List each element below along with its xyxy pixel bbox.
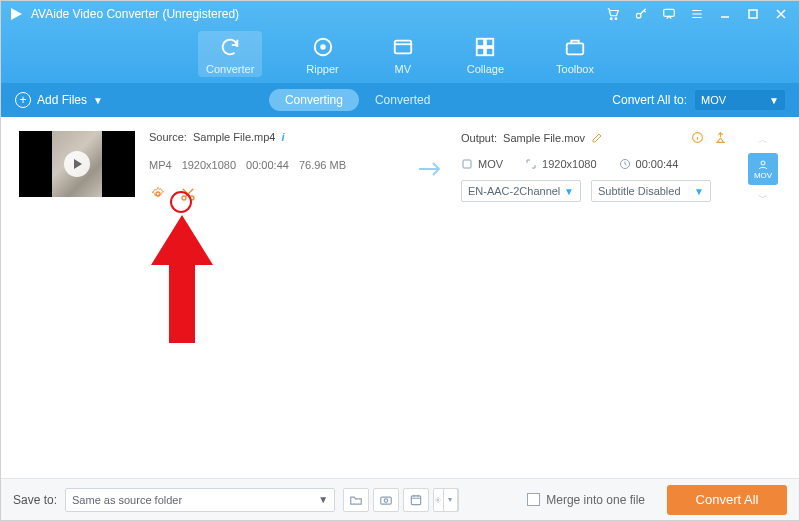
window-title: AVAide Video Converter (Unregistered): [31, 7, 239, 21]
arrow-icon: [413, 131, 447, 177]
svg-marker-0: [11, 8, 22, 20]
svg-rect-9: [477, 39, 484, 46]
save-to-label: Save to:: [13, 493, 57, 507]
titlebar: AVAide Video Converter (Unregistered) Co…: [1, 1, 799, 83]
tab-converter-label: Converter: [206, 63, 254, 75]
tab-ripper[interactable]: Ripper: [298, 31, 346, 77]
source-resolution: 1920x1080: [182, 159, 236, 171]
tab-ripper-label: Ripper: [306, 63, 338, 75]
tab-converter[interactable]: Converter: [198, 31, 262, 77]
file-list: Source: Sample File.mp4 i MP4 1920x1080 …: [1, 117, 799, 478]
convert-all-label: Convert All: [696, 492, 759, 507]
merge-label: Merge into one file: [546, 493, 645, 507]
feedback-icon[interactable]: [661, 6, 677, 22]
maximize-button[interactable]: [745, 6, 761, 22]
output-filename: Sample File.mov: [503, 132, 585, 144]
ripper-icon: [311, 35, 335, 59]
status-tabs: Converting Converted: [269, 89, 446, 111]
app-logo-icon: [7, 5, 25, 23]
add-files-label: Add Files: [37, 93, 87, 107]
open-folder-button[interactable]: [343, 488, 369, 512]
output-duration: 00:00:44: [636, 158, 679, 170]
info-icon[interactable]: i: [281, 131, 284, 143]
add-files-button[interactable]: + Add Files ▼: [15, 92, 103, 108]
move-up-button[interactable]: ︿: [758, 133, 768, 147]
key-icon[interactable]: [633, 6, 649, 22]
task-schedule-button[interactable]: [403, 488, 429, 512]
tab-converted[interactable]: Converted: [359, 89, 446, 111]
save-to-select[interactable]: Same as source folder ▼: [65, 488, 335, 512]
compress-icon[interactable]: [714, 131, 727, 144]
tab-collage-label: Collage: [467, 63, 504, 75]
tab-collage[interactable]: Collage: [459, 31, 512, 77]
svg-rect-10: [486, 39, 493, 46]
annotation-arrow: [143, 215, 221, 345]
tab-converting[interactable]: Converting: [269, 89, 359, 111]
svg-point-2: [615, 18, 617, 20]
source-filename: Sample File.mp4: [193, 131, 276, 143]
menu-icon[interactable]: [689, 6, 705, 22]
svg-rect-22: [381, 497, 392, 504]
audio-track-select[interactable]: EN-AAC-2Channel ▼: [461, 180, 581, 202]
minimize-button[interactable]: [717, 6, 733, 22]
convert-all-button[interactable]: Convert All: [667, 485, 787, 515]
output-resolution: 1920x1080: [542, 158, 596, 170]
source-duration: 00:00:44: [246, 159, 289, 171]
tab-mv[interactable]: MV: [383, 31, 423, 77]
output-format: MOV: [478, 158, 503, 170]
output-profile-label: MOV: [754, 171, 772, 180]
svg-point-23: [384, 498, 388, 502]
settings-button[interactable]: ▾: [433, 488, 459, 512]
svg-point-7: [321, 45, 325, 49]
cart-icon[interactable]: [605, 6, 621, 22]
file-item: Source: Sample File.mp4 i MP4 1920x1080 …: [19, 131, 781, 205]
svg-rect-12: [486, 48, 493, 55]
svg-point-20: [761, 161, 765, 165]
save-to-value: Same as source folder: [72, 494, 182, 506]
bottom-tool-buttons: ▾: [343, 488, 459, 512]
chevron-down-icon: ▼: [694, 186, 704, 197]
checkbox-icon: [527, 493, 540, 506]
source-format: MP4: [149, 159, 172, 171]
move-down-button[interactable]: ﹀: [758, 191, 768, 205]
tab-toolbox-label: Toolbox: [556, 63, 594, 75]
source-size: 76.96 MB: [299, 159, 346, 171]
snapshot-button[interactable]: [373, 488, 399, 512]
merge-checkbox[interactable]: Merge into one file: [527, 493, 645, 507]
clock-icon: [619, 158, 631, 170]
output-profile: ︿ MOV ﹀: [745, 131, 781, 205]
convert-all-to-label: Convert All to:: [612, 93, 687, 107]
chevron-down-icon: ▼: [769, 95, 779, 106]
profile-icon: [756, 159, 770, 171]
svg-rect-13: [567, 43, 584, 54]
svg-rect-24: [411, 495, 420, 504]
subtitle-value: Subtitle Disabled: [598, 185, 681, 197]
mv-icon: [391, 35, 415, 59]
svg-rect-11: [477, 48, 484, 55]
converter-icon: [218, 35, 242, 59]
convert-all-to: Convert All to: MOV ▼: [612, 90, 785, 110]
convert-all-format-select[interactable]: MOV ▼: [695, 90, 785, 110]
convert-all-format-value: MOV: [701, 94, 726, 106]
edit-button[interactable]: [149, 185, 167, 203]
output-profile-button[interactable]: MOV: [748, 153, 778, 185]
tab-mv-label: MV: [394, 63, 411, 75]
tab-toolbox[interactable]: Toolbox: [548, 31, 602, 77]
video-thumbnail[interactable]: [19, 131, 135, 197]
rename-button[interactable]: [591, 132, 603, 144]
svg-rect-8: [394, 41, 411, 54]
subtitle-select[interactable]: Subtitle Disabled ▼: [591, 180, 711, 202]
format-icon: [461, 158, 473, 170]
chevron-down-icon: ▼: [318, 494, 328, 505]
collage-icon: [473, 35, 497, 59]
close-button[interactable]: [773, 6, 789, 22]
source-info: Source: Sample File.mp4 i MP4 1920x1080 …: [149, 131, 399, 203]
sub-toolbar: + Add Files ▼ Converting Converted Conve…: [1, 83, 799, 117]
chevron-down-icon: ▼: [564, 186, 574, 197]
bottom-bar: Save to: Same as source folder ▼ ▾ Merge…: [1, 478, 799, 520]
cut-button[interactable]: [179, 185, 197, 203]
titlebar-top: AVAide Video Converter (Unregistered): [1, 1, 799, 27]
info-output-icon[interactable]: [691, 131, 704, 144]
source-label: Source:: [149, 131, 187, 143]
app-window: AVAide Video Converter (Unregistered) Co…: [0, 0, 800, 521]
